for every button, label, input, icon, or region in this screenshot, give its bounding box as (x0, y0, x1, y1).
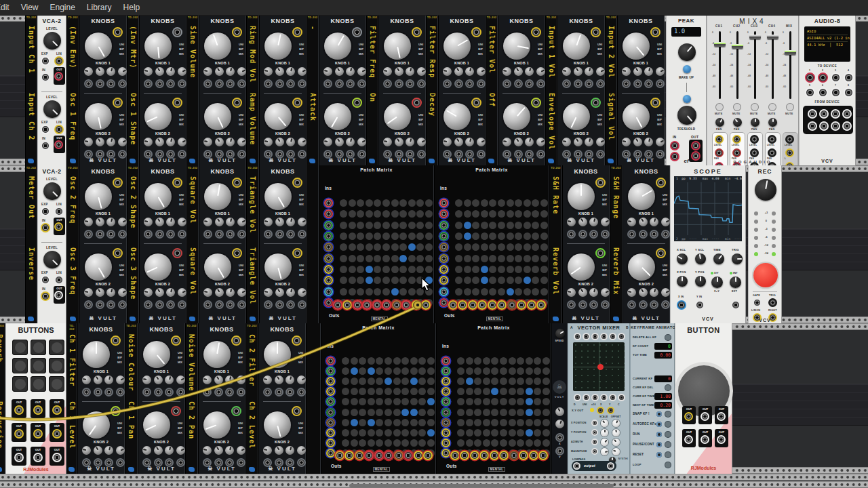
matrix-cell[interactable] (500, 398, 507, 405)
mod-jack[interactable] (178, 230, 186, 239)
matrix-cell[interactable] (466, 429, 473, 436)
matrix-cell[interactable] (464, 277, 471, 284)
matrix-cell[interactable] (489, 222, 496, 229)
matrix-cell[interactable] (474, 429, 481, 436)
mod-jack[interactable] (166, 230, 175, 239)
matrix-cell[interactable] (342, 398, 349, 405)
mode-switch[interactable]: UNIBIPMIX (351, 42, 363, 56)
attenuator-knob[interactable] (285, 375, 294, 384)
cv-jack[interactable] (292, 27, 302, 37)
attenuator-knob[interactable] (264, 218, 273, 226)
mode-switch[interactable]: UNIBIPMIX (411, 113, 423, 127)
matrix-out-jack[interactable] (362, 300, 372, 310)
level-knob[interactable] (43, 251, 61, 268)
big-knob[interactable] (144, 103, 172, 130)
matrix-out-jack[interactable] (529, 451, 538, 460)
matrix-cell[interactable] (491, 367, 498, 375)
matrix-in-jack[interactable] (326, 449, 335, 458)
fader-track[interactable] (789, 31, 791, 99)
matrix-cell[interactable] (526, 388, 533, 395)
mod-jack[interactable] (346, 79, 355, 88)
matrix-cell[interactable] (418, 388, 426, 395)
attenuator-knob[interactable] (225, 446, 234, 455)
mod-jack[interactable] (589, 300, 598, 309)
cv-jack[interactable] (471, 98, 481, 108)
matrix-cell[interactable] (351, 398, 358, 405)
attenuator-knob[interactable] (154, 375, 163, 384)
attenuator-knob[interactable] (357, 67, 366, 76)
matrix-cell[interactable] (416, 222, 424, 229)
pan-knob[interactable] (768, 118, 777, 127)
attenuator-knob[interactable] (96, 138, 104, 146)
fader-handle[interactable] (714, 42, 726, 47)
cv-jack[interactable] (232, 27, 242, 37)
matrix-cell[interactable] (416, 243, 424, 251)
matrix-cell[interactable] (483, 429, 490, 436)
matrix-out-jack[interactable] (468, 300, 477, 310)
attenuator-knob[interactable] (286, 218, 295, 226)
matrix-cell[interactable] (472, 222, 479, 229)
big-knob[interactable] (443, 103, 471, 130)
matrix-cell[interactable] (483, 409, 490, 416)
mod-jack[interactable] (166, 300, 175, 309)
attenuator-knob[interactable] (574, 138, 583, 146)
matrix-in-jack[interactable] (441, 367, 450, 375)
attenuator-knob[interactable] (225, 375, 234, 384)
kfa-button[interactable] (665, 334, 671, 341)
mid-jack[interactable] (583, 394, 590, 401)
attenuator-knob[interactable] (275, 446, 283, 455)
attenuator-knob[interactable] (106, 67, 115, 76)
matrix-cell[interactable] (491, 409, 498, 416)
attenuator-knob[interactable] (357, 138, 366, 146)
attenuator-knob[interactable] (166, 288, 175, 297)
mode-switch[interactable]: UNIBIPMIX (110, 350, 122, 365)
matrix-in-jack[interactable] (441, 408, 450, 417)
offset-knob[interactable] (612, 420, 620, 427)
attenuator-knob[interactable] (383, 138, 392, 146)
matrix-out-jack[interactable] (353, 300, 362, 310)
matrix-out-jack[interactable] (333, 300, 342, 310)
out-jack[interactable] (717, 412, 726, 421)
matrix-cell[interactable] (464, 255, 471, 262)
mod-jack[interactable] (96, 230, 104, 239)
matrix-cell[interactable] (374, 255, 381, 262)
x-in-jack[interactable] (677, 300, 686, 310)
grid-button[interactable] (12, 358, 28, 373)
mod-jack[interactable] (514, 79, 523, 88)
matrix-cell[interactable] (376, 419, 383, 426)
big-knob[interactable] (203, 411, 231, 439)
out-jack[interactable] (684, 435, 693, 444)
mod-jack[interactable] (585, 79, 593, 88)
matrix-cell[interactable] (384, 398, 392, 405)
attenuator-knob[interactable] (82, 446, 91, 455)
matrix-cell[interactable] (368, 429, 375, 436)
mod-jack[interactable] (203, 230, 212, 239)
out-jack[interactable] (33, 405, 43, 415)
matrix-cell[interactable] (474, 357, 481, 365)
big-knob[interactable] (204, 253, 231, 281)
attenuator-knob[interactable] (383, 67, 392, 76)
matrix-cell[interactable] (384, 388, 392, 395)
matrix-cell[interactable] (368, 409, 375, 416)
mod-jack[interactable] (601, 230, 610, 239)
strip-jack[interactable] (715, 148, 724, 157)
matrix-cell[interactable] (401, 367, 409, 375)
mute-button[interactable] (751, 103, 759, 111)
fader-track[interactable] (736, 31, 738, 99)
mod-jack[interactable] (395, 79, 403, 88)
attenuator-knob[interactable] (96, 218, 104, 226)
matrix-cell[interactable] (366, 199, 373, 207)
horizontal-scrollbar[interactable] (349, 484, 614, 487)
mod-jack[interactable] (263, 388, 272, 396)
matrix-cell[interactable] (410, 378, 418, 385)
big-knob[interactable] (503, 103, 530, 130)
offset-knob[interactable] (612, 429, 620, 436)
mod-jack[interactable] (298, 300, 307, 309)
matrix-cell[interactable] (524, 277, 531, 284)
matrix-cell[interactable] (524, 255, 531, 262)
cv-jack[interactable] (595, 248, 606, 258)
cv-jack[interactable] (172, 98, 182, 108)
attenuator-knob[interactable] (275, 375, 283, 384)
mode-switch[interactable]: UNIBIPMIX (655, 192, 667, 207)
matrix-cell[interactable] (401, 439, 409, 447)
